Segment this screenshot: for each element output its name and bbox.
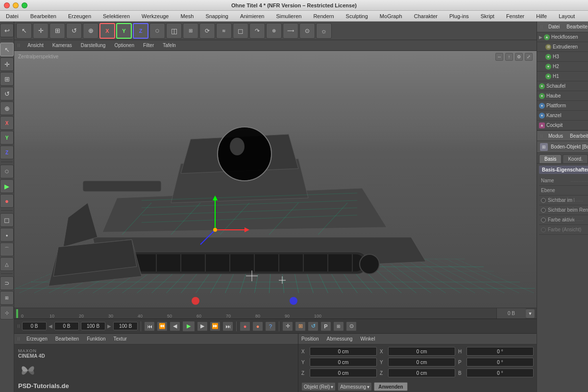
toolbar-scale-tool[interactable]: ⊞ xyxy=(49,23,65,39)
win-h-input[interactable] xyxy=(466,347,534,356)
abm-x-input[interactable] xyxy=(388,347,455,356)
obj-mgr-bearbeiten[interactable]: Bearbeiten xyxy=(565,24,588,30)
menu-rendern[interactable]: Rendern xyxy=(311,12,336,20)
menu-simulieren[interactable]: Simulieren xyxy=(274,12,303,20)
tool-points[interactable]: ⬥ xyxy=(0,228,14,242)
abm-z-input[interactable] xyxy=(388,368,455,377)
obj-item-plattform[interactable]: ● Plattform xyxy=(537,101,588,111)
viewport-3d[interactable]: Zentralperspektive ↔ ↑ ⚙ ⤢ xyxy=(14,51,537,308)
obj-item-cockpit[interactable]: ▲ Cockpit xyxy=(537,121,588,130)
frame-start-field[interactable]: 0 B xyxy=(22,322,47,330)
menu-mesh[interactable]: Mesh xyxy=(178,12,196,20)
timeline-scroll[interactable]: ▼ xyxy=(526,309,535,318)
transport-prev-key[interactable]: ⏪ xyxy=(157,321,168,331)
transport-next-frame[interactable]: ▶ xyxy=(197,321,208,331)
pos-z-input[interactable] xyxy=(310,368,377,377)
vp-menu-filter[interactable]: Filter xyxy=(142,42,155,49)
tool-transform[interactable]: ⊕ xyxy=(0,101,14,115)
timeline-ruler[interactable]: 0 10 20 30 40 50 60 70 80 90 100 xyxy=(20,308,496,318)
pos-x-input[interactable] xyxy=(310,347,377,356)
tool-undo[interactable]: ↩ xyxy=(0,24,14,37)
toolbar-anim1[interactable]: ⬡ xyxy=(149,23,165,39)
dropdown-abmessung[interactable]: Abmessung ▾ xyxy=(338,382,372,391)
obj-item-h2[interactable]: ● H2 xyxy=(537,62,588,72)
toolbar-subdiv[interactable]: ⊕ xyxy=(266,23,282,39)
toolbar-y[interactable]: Y xyxy=(116,23,132,39)
props-tab-koord[interactable]: Koord. xyxy=(563,154,588,163)
win-p-input[interactable] xyxy=(466,358,534,367)
transport-info[interactable]: ? xyxy=(265,321,276,331)
menu-plugins[interactable]: Plug-ins xyxy=(447,12,471,20)
transport-next-key[interactable]: ⏩ xyxy=(210,321,220,331)
tool-grid[interactable]: ⊞ xyxy=(0,291,14,305)
tool-object[interactable]: ◻ xyxy=(0,213,14,227)
frame-current-field[interactable]: 0 B xyxy=(54,322,79,330)
apply-button[interactable]: Anwenden xyxy=(374,382,408,391)
tool-extrude[interactable]: ⬡ xyxy=(0,165,14,178)
menu-skript[interactable]: Skript xyxy=(479,12,496,20)
transport-grid[interactable]: ⊞ xyxy=(333,321,344,331)
vp-menu-ansicht[interactable]: Ansicht xyxy=(26,42,45,49)
menu-sculpting[interactable]: Sculpting xyxy=(344,12,370,20)
toolbar-transform-tool[interactable]: ⊕ xyxy=(83,23,98,39)
frame-end-field[interactable]: 100 B xyxy=(81,322,105,330)
tool-rotate[interactable]: ↺ xyxy=(0,87,14,100)
props-tab-basis[interactable]: Basis xyxy=(539,154,562,163)
transport-to-start[interactable]: ⏮ xyxy=(144,321,155,331)
maximize-button[interactable] xyxy=(22,2,27,8)
toolbar-anim5[interactable]: ≋ xyxy=(216,23,232,39)
toolbar-x[interactable]: X xyxy=(99,23,115,39)
vp-menu-darstellung[interactable]: Darstellung xyxy=(79,42,107,49)
mat-menu-textur[interactable]: Textur xyxy=(112,336,128,342)
menu-werkzeuge[interactable]: Werkzeuge xyxy=(140,12,171,20)
tool-move[interactable]: ✛ xyxy=(0,57,14,71)
menu-layout[interactable]: Layout xyxy=(557,12,577,20)
mat-menu-funktion[interactable]: Funktion xyxy=(85,336,107,342)
pos-y-input[interactable] xyxy=(310,358,377,367)
toolbar-anim2[interactable]: ◫ xyxy=(166,23,182,39)
transport-move-key[interactable]: ✛ xyxy=(282,321,293,331)
obj-item-haube[interactable]: ● Haube xyxy=(537,91,588,101)
toolbar-cube[interactable]: ◻ xyxy=(233,23,248,39)
toolbar-select[interactable]: ↖ xyxy=(16,23,32,39)
transport-rotate-key[interactable]: ↺ xyxy=(308,321,318,331)
menu-mograph[interactable]: MoGraph xyxy=(378,12,404,20)
menu-hilfe[interactable]: Hilfe xyxy=(534,12,549,20)
tool-magnet[interactable]: ⊃ xyxy=(0,276,14,290)
menu-charakter[interactable]: Charakter xyxy=(412,12,440,20)
obj-mgr-datei[interactable]: Datei xyxy=(547,24,561,30)
transport-record-key[interactable]: ● xyxy=(240,321,250,331)
toolbar-light[interactable]: ☼ xyxy=(316,23,332,39)
menu-fenster[interactable]: Fenster xyxy=(504,12,526,20)
tool-select[interactable]: ↖ xyxy=(0,43,14,56)
tool-scale[interactable]: ⊞ xyxy=(0,72,14,86)
transport-anim-set[interactable]: ⊙ xyxy=(346,321,357,331)
tool-y-axis[interactable]: Y xyxy=(0,131,14,145)
vp-menu-kameras[interactable]: Kameras xyxy=(51,42,74,49)
tool-snap[interactable]: ⊹ xyxy=(0,306,14,319)
menu-erzeugen[interactable]: Erzeugen xyxy=(66,12,93,20)
obj-item-kanzel[interactable]: ● Kanzel xyxy=(537,111,588,121)
transport-prev-frame[interactable]: ◀ xyxy=(170,321,180,331)
obj-item-extrudieren[interactable]: ⊞ Extrudieren ⊙ ⊙ xyxy=(537,42,588,52)
obj-item-schaufel[interactable]: ● Schaufel xyxy=(537,81,588,91)
tool-edges[interactable]: ⌒ xyxy=(0,243,14,256)
win-b-input[interactable] xyxy=(466,368,534,377)
toolbar-camera[interactable]: ⊙ xyxy=(299,23,315,39)
toolbar-anim3[interactable]: ⊞ xyxy=(183,23,198,39)
tool-record[interactable]: ● xyxy=(0,194,14,208)
menu-animieren[interactable]: Animieren xyxy=(238,12,267,20)
mat-menu-erzeugen[interactable]: Erzeugen xyxy=(25,336,49,342)
menu-snapping[interactable]: Snapping xyxy=(203,12,230,20)
viewport-ctrl-expand[interactable]: ⤢ xyxy=(525,53,533,61)
transport-param[interactable]: P xyxy=(320,321,331,331)
tool-play[interactable]: ▶ xyxy=(0,179,14,193)
tool-x-axis[interactable]: X xyxy=(0,116,14,130)
transport-record-auto[interactable]: ● xyxy=(252,321,263,331)
abm-y-input[interactable] xyxy=(388,358,455,367)
dropdown-objekt-rel[interactable]: Objekt (Rel) ▾ xyxy=(301,382,336,391)
viewport-ctrl-arrow-up[interactable]: ↑ xyxy=(505,53,513,61)
viewport-ctrl-arrows[interactable]: ↔ xyxy=(495,53,503,61)
transport-scale-key[interactable]: ⊞ xyxy=(295,321,306,331)
menu-selektieren[interactable]: Selektieren xyxy=(101,12,132,20)
